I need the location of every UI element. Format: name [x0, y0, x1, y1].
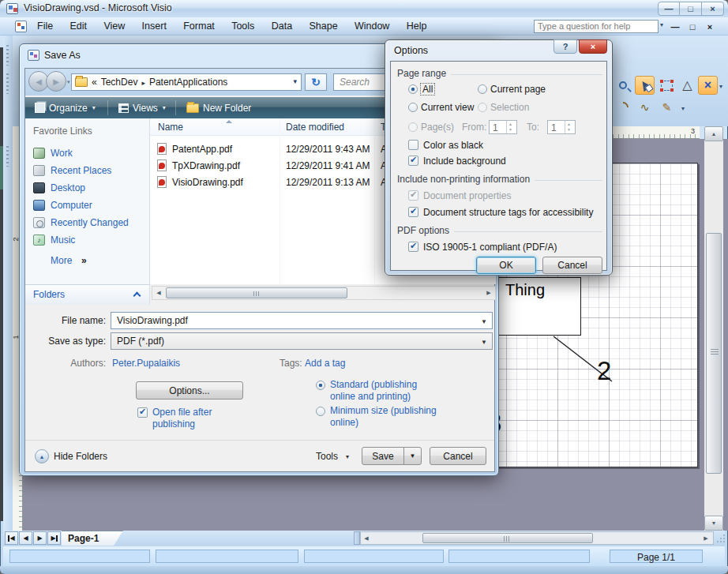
horizontal-scrollbar-thumb[interactable] [422, 533, 593, 543]
pointer-tool-button[interactable] [635, 76, 655, 95]
breadcrumb-current[interactable]: PatentApplications [149, 77, 227, 88]
minimum-radio[interactable] [316, 407, 325, 416]
range-all-radio[interactable] [408, 84, 418, 94]
scroll-up-button[interactable]: ▲ [704, 126, 723, 141]
ok-button[interactable]: OK [476, 257, 536, 274]
tab-scroll-splitter[interactable] [354, 531, 360, 545]
dialog-help-button[interactable]: ? [554, 39, 577, 54]
menu-tools[interactable]: Tools [224, 17, 261, 36]
zoom-tool-button[interactable] [613, 76, 632, 95]
file-name-combo[interactable]: VisioDrawing.pdf ▼ [111, 312, 493, 329]
sidebar-item-recently-changed[interactable]: Recently Changed [25, 215, 150, 232]
menu-format[interactable]: Format [176, 17, 222, 36]
first-page-button[interactable]: ◀ [5, 531, 18, 545]
save-button[interactable]: Save [362, 447, 404, 465]
help-question-input[interactable]: Type a question for help [534, 20, 659, 33]
menu-help[interactable]: Help [400, 17, 434, 36]
column-header-modified[interactable]: Date modified [286, 122, 344, 133]
menu-shape[interactable]: Shape [302, 17, 344, 36]
address-dropdown-icon[interactable]: ▾ [293, 77, 297, 85]
list-scroll-left-button[interactable]: ◀ [153, 287, 164, 298]
toolbar-grip[interactable] [6, 73, 9, 94]
dialog-close-button[interactable]: × [579, 39, 607, 54]
list-scroll-right-button[interactable]: ▶ [483, 287, 494, 298]
color-as-black-label[interactable]: Color as black [423, 140, 483, 151]
combo-arrow-icon[interactable]: ▼ [481, 339, 487, 346]
doc-close-button[interactable]: × [702, 22, 718, 34]
views-button[interactable]: Views ▾ [112, 97, 172, 118]
sidebar-item-desktop[interactable]: Desktop [25, 180, 150, 197]
combo-arrow-icon[interactable]: ▼ [481, 318, 487, 325]
freeform-tool-button[interactable]: ∿ [635, 98, 655, 117]
include-background-checkbox[interactable]: ✔ [408, 156, 418, 166]
options-button[interactable]: Options... [136, 381, 243, 400]
options-cancel-button[interactable]: Cancel [542, 257, 602, 274]
area-select-tool-button[interactable] [657, 76, 677, 95]
include-background-label[interactable]: Include background [423, 156, 506, 167]
iso-compliant-label[interactable]: ISO 19005-1 compliant (PDF/A) [423, 242, 557, 253]
minimum-radio-label[interactable]: Minimum size (publishing online) [330, 405, 448, 429]
triangle-tool-button[interactable]: △ [677, 76, 697, 95]
callout-number-2[interactable]: 2 [597, 356, 611, 386]
cancel-button[interactable]: Cancel [430, 447, 486, 465]
scroll-right-button[interactable]: ▶ [700, 532, 711, 544]
open-after-label[interactable]: Open file after publishing [152, 407, 241, 430]
list-horizontal-scrollbar[interactable]: ◀ ▶ [152, 286, 496, 300]
breadcrumb-root[interactable]: TechDev [101, 77, 138, 88]
doc-minimize-button[interactable]: — [667, 22, 683, 34]
scroll-left-button[interactable]: ◀ [361, 532, 372, 544]
toolbar-overflow-icon[interactable]: ▾ [719, 83, 722, 90]
close-button[interactable]: × [702, 2, 724, 16]
breadcrumb-collapse[interactable]: « [92, 77, 97, 88]
range-current-page-label[interactable]: Current page [490, 84, 546, 95]
help-dropdown-icon[interactable]: ▾ [660, 21, 663, 28]
range-current-page-radio[interactable] [478, 84, 487, 94]
previous-page-button[interactable]: ◀ [19, 531, 32, 545]
hide-folders-button[interactable]: ▲ [35, 449, 49, 463]
iso-compliant-checkbox[interactable]: ✔ [408, 242, 418, 252]
refresh-button[interactable]: ↻ [305, 73, 327, 91]
tags-add-link[interactable]: Add a tag [305, 358, 345, 369]
authors-value[interactable]: Peter.Pupalaikis [112, 358, 180, 369]
document-tags-checkbox[interactable]: ✔ [408, 207, 418, 217]
resize-grip[interactable] [715, 533, 726, 544]
sidebar-item-music[interactable]: ♪ Music [25, 232, 150, 249]
sidebar-more-link[interactable]: More » [25, 253, 150, 270]
column-header-name[interactable]: Name [158, 122, 183, 133]
horizontal-scrollbar[interactable]: ◀ ▶ [360, 531, 714, 545]
sidebar-item-computer[interactable]: Computer [25, 197, 150, 215]
x-tool-button[interactable]: × [698, 76, 718, 95]
arc-tool-button[interactable] [613, 98, 632, 117]
menu-data[interactable]: Data [265, 17, 299, 36]
list-scrollbar-thumb[interactable] [166, 287, 347, 298]
save-type-combo[interactable]: PDF (*.pdf) ▼ [111, 332, 493, 350]
page-tab[interactable]: Page-1 [62, 531, 123, 546]
minimize-button[interactable]: — [658, 2, 680, 16]
pencil-tool-button[interactable]: ✎ [657, 98, 677, 117]
open-after-checkbox[interactable]: ✔ [137, 407, 148, 418]
drawing-overflow-icon[interactable]: ▾ [681, 105, 685, 112]
new-folder-button[interactable]: New Folder [180, 97, 257, 118]
toolbar-grip[interactable] [6, 146, 9, 167]
range-current-view-label[interactable]: Current view [421, 102, 474, 113]
menu-edit[interactable]: Edit [63, 17, 95, 36]
tools-menu-button[interactable]: Tools [316, 451, 338, 462]
hide-folders-label[interactable]: Hide Folders [54, 451, 107, 462]
address-breadcrumb[interactable]: « TechDev ▸ PatentApplications ▾ [71, 73, 302, 91]
menu-insert[interactable]: Insert [135, 17, 174, 36]
sidebar-item-recent-places[interactable]: Recent Places [25, 163, 150, 180]
thing-shape[interactable]: Thing [497, 277, 581, 336]
vertical-scrollbar-thumb[interactable] [706, 233, 722, 474]
sidebar-item-work[interactable]: Work [25, 145, 150, 163]
menu-view[interactable]: View [96, 17, 132, 36]
last-page-button[interactable]: ▶ [47, 531, 61, 545]
range-current-view-radio[interactable] [408, 103, 418, 112]
standard-radio-label[interactable]: Standard (publishing online and printing… [330, 379, 441, 403]
doc-restore-button[interactable]: □ [685, 22, 700, 34]
folders-expander[interactable]: Folders [25, 284, 150, 305]
menu-file[interactable]: File [30, 17, 60, 36]
menu-window[interactable]: Window [347, 17, 396, 36]
organize-button[interactable]: Organize ▾ [28, 97, 102, 118]
scroll-down-button[interactable]: ▼ [704, 516, 723, 531]
toolbar-grip[interactable] [6, 45, 9, 66]
